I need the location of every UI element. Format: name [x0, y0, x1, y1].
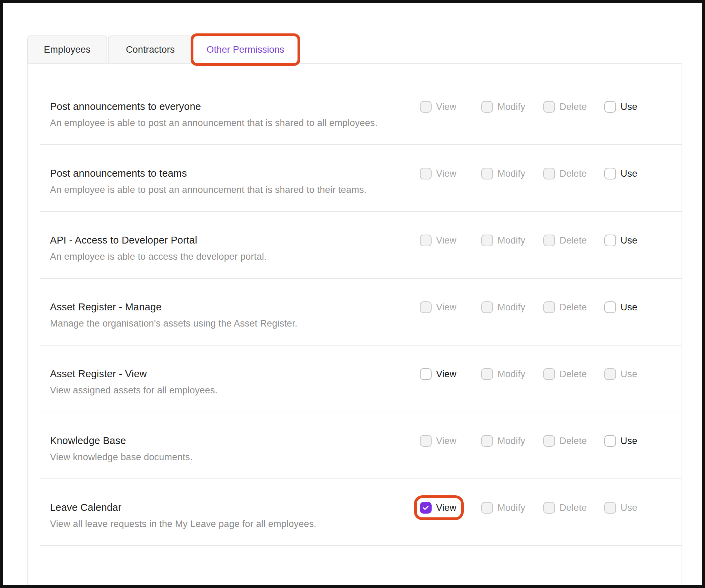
checkbox-option-use[interactable]: Use: [604, 434, 637, 447]
checkbox-option-view: View: [420, 167, 456, 180]
permission-title: Leave Calendar: [50, 501, 419, 514]
permission-title: Knowledge Base: [50, 434, 419, 447]
permission-checkbox-group: View Modify Delete Use: [419, 501, 682, 515]
checkbox: [604, 502, 616, 514]
checkbox-option-use: Use: [604, 501, 637, 514]
permission-description: An employee is able to post an announcem…: [50, 182, 388, 197]
permission-text: Post announcements to everyone An employ…: [50, 100, 419, 131]
checkbox-option-use[interactable]: Use: [604, 234, 637, 247]
checkbox-label: Modify: [497, 235, 525, 246]
checkbox: [543, 101, 555, 113]
checkbox-option-use[interactable]: Use: [604, 301, 637, 314]
checkbox[interactable]: [604, 235, 616, 246]
permission-title: Asset Register - View: [50, 368, 419, 380]
checkbox-option-view: View: [420, 100, 456, 113]
checkbox-label: Delete: [560, 503, 587, 513]
checkbox-label: View: [436, 503, 456, 513]
checkbox: [420, 301, 432, 313]
tab-label: Contractors: [126, 44, 175, 55]
permission-description: Manage the organisation's assets using t…: [50, 316, 388, 331]
checkbox: [604, 368, 616, 380]
checkbox-option-delete: Delete: [543, 301, 587, 314]
checkbox: [481, 435, 493, 447]
checkbox-label: Delete: [560, 369, 587, 380]
checkbox: [481, 235, 493, 246]
checkbox-label: Use: [621, 369, 637, 380]
permission-description: An employee is able to access the develo…: [50, 249, 388, 264]
permission-checkbox-group: View Modify Delete Use: [419, 100, 682, 114]
tab-employees[interactable]: Employees: [27, 35, 107, 63]
permission-description: View assigned assets for all employees.: [50, 383, 388, 398]
checkbox: [481, 502, 493, 514]
checkbox[interactable]: [604, 101, 616, 113]
checkbox: [543, 235, 555, 246]
checkbox-option-modify: Modify: [481, 301, 525, 314]
checkbox-label: View: [436, 302, 456, 313]
checkbox-label: Modify: [497, 302, 525, 313]
checkbox-option-delete: Delete: [543, 100, 587, 113]
permission-row: Post announcements to everyone An employ…: [40, 64, 682, 145]
permission-checkbox-group: View Modify Delete Use: [419, 234, 682, 248]
checkbox-label: Delete: [560, 302, 587, 313]
checkbox[interactable]: [604, 301, 616, 313]
checkbox-label: Use: [621, 102, 637, 112]
checkbox: [420, 235, 432, 246]
checkbox-label: Delete: [560, 102, 587, 112]
checkbox-option-delete: Delete: [543, 167, 587, 180]
permission-title: API - Access to Developer Portal: [50, 234, 419, 246]
permission-title: Asset Register - Manage: [50, 301, 419, 313]
checkbox-option-use[interactable]: Use: [604, 167, 637, 180]
checkbox-label: Delete: [560, 168, 587, 179]
checkbox[interactable]: [604, 168, 616, 179]
checkbox: [481, 168, 493, 179]
checkbox-label: View: [436, 102, 456, 112]
checkbox-label: View: [436, 436, 456, 446]
checkbox-label: Delete: [560, 436, 587, 446]
checkbox: [543, 301, 555, 313]
checkbox-label: Use: [621, 503, 637, 513]
permission-row: Asset Register - View View assigned asse…: [40, 345, 682, 412]
checkbox: [420, 435, 432, 447]
checkbox-label: Modify: [497, 102, 525, 112]
checkbox-option-modify: Modify: [481, 368, 525, 381]
checkbox-option-modify: Modify: [481, 100, 525, 113]
checkbox-option-delete: Delete: [543, 234, 587, 247]
checkbox-label: Use: [621, 436, 637, 446]
checkbox: [481, 101, 493, 113]
checkbox-label: Use: [621, 235, 637, 246]
permission-title: Post announcements to everyone: [50, 100, 419, 113]
permissions-list: Post announcements to everyone An employ…: [40, 64, 682, 546]
checkbox[interactable]: [420, 368, 432, 380]
checkbox-label: Use: [621, 168, 637, 179]
checkbox[interactable]: [604, 435, 616, 447]
checkbox-option-view: View: [420, 234, 456, 247]
tab-other-permissions[interactable]: Other Permissions: [193, 35, 298, 63]
permission-checkbox-group: View Modify Delete Use: [419, 167, 682, 181]
permission-description: An employee is able to post an announcem…: [50, 115, 388, 131]
tab-contractors[interactable]: Contractors: [108, 35, 193, 63]
permission-row: API - Access to Developer Portal An empl…: [40, 212, 682, 279]
checkbox-label: View: [436, 369, 456, 380]
checkbox-option-view: View: [420, 301, 456, 314]
permission-text: Asset Register - Manage Manage the organ…: [50, 301, 419, 331]
checkbox: [543, 435, 555, 447]
checkbox-option-modify: Modify: [481, 501, 525, 514]
permission-description: View all leave requests in the My Leave …: [50, 516, 388, 532]
checkbox-option-delete: Delete: [543, 434, 587, 447]
checkbox: [543, 168, 555, 179]
checkbox-label: Modify: [497, 436, 525, 446]
checkbox: [481, 301, 493, 313]
permission-checkbox-group: View Modify Delete Use: [419, 434, 682, 448]
permissions-panel: Post announcements to everyone An employ…: [27, 63, 682, 585]
permission-text: Leave Calendar View all leave requests i…: [50, 501, 419, 532]
checkbox-option-delete: Delete: [543, 368, 587, 381]
checkbox[interactable]: [420, 502, 432, 514]
checkbox-label: Modify: [497, 503, 525, 513]
permissions-screen: { "tabs": [ { "label": "Employees", "act…: [0, 0, 705, 588]
checkbox-option-view[interactable]: View: [420, 368, 456, 381]
checkbox-option-modify: Modify: [481, 234, 525, 247]
checkbox-option-view[interactable]: View: [420, 501, 456, 514]
checkbox-option-modify: Modify: [481, 434, 525, 447]
checkbox-option-use[interactable]: Use: [604, 100, 637, 113]
checkmark-icon: [422, 504, 430, 512]
